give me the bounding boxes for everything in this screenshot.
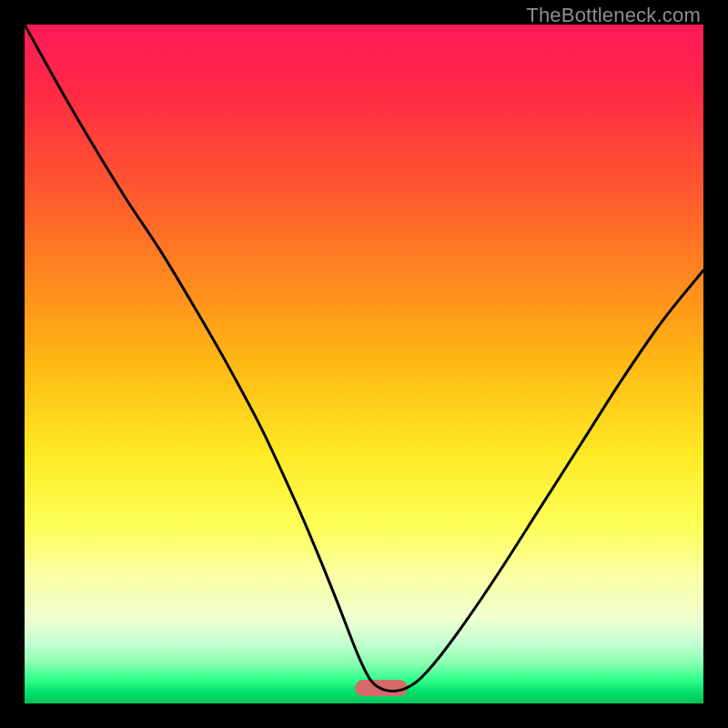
plot-area — [25, 25, 703, 703]
bottleneck-curve — [25, 25, 703, 703]
watermark-text: TheBottleneck.com — [526, 4, 701, 27]
chart-frame: TheBottleneck.com — [0, 0, 728, 728]
